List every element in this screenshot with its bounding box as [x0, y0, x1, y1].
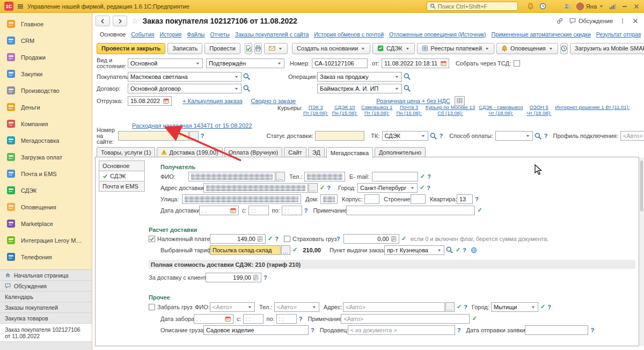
- help-icon[interactable]: ?: [327, 185, 331, 191]
- footer-customer-orders[interactable]: Заказы покупателей: [0, 302, 92, 313]
- date-field[interactable]: 11.08.2022 10:18:11: [382, 59, 449, 68]
- client-delivery-field[interactable]: 199,00: [206, 273, 261, 282]
- tsd-checkbox[interactable]: [514, 60, 520, 67]
- organization-search-icon[interactable]: [403, 84, 411, 92]
- sidebar-item-telephony[interactable]: Телефония: [0, 249, 92, 265]
- sidebar-item-main[interactable]: Главное: [0, 16, 92, 32]
- nav-deferred-notifications[interactable]: Отложенные оповещения (Источник): [389, 31, 486, 38]
- help-icon[interactable]: ?: [590, 327, 594, 333]
- main-menu-icon[interactable]: [17, 3, 24, 10]
- courier-option[interactable]: СДЭК 10Пн (15.08):: [332, 104, 357, 116]
- expense-invoice-link[interactable]: Расходная накладная 143471 от 15.08.2022: [132, 122, 252, 129]
- organization-select[interactable]: Баймастрюк А. И. ИП: [317, 84, 402, 93]
- calculator-icon[interactable]: [391, 234, 397, 244]
- chevron-down-icon[interactable]: [525, 131, 530, 141]
- insure-amount-field[interactable]: 0,00: [343, 234, 399, 244]
- tk-select[interactable]: СДЭК: [382, 131, 428, 141]
- payment-method-select[interactable]: [495, 131, 533, 141]
- apartment-field[interactable]: 13: [457, 194, 473, 204]
- chevron-down-icon[interactable]: [421, 131, 426, 141]
- email-field[interactable]: [372, 172, 418, 181]
- nav-site-orders[interactable]: Заказы покупателей с сайта: [235, 31, 309, 38]
- order-calculation-link[interactable]: + Калькуляция заказа: [182, 98, 243, 104]
- footer-home[interactable]: Начальная страница: [0, 270, 92, 281]
- calendar-icon[interactable]: [230, 206, 236, 215]
- cod-checkbox[interactable]: [149, 236, 155, 242]
- side-tab-main[interactable]: Основное: [99, 161, 145, 171]
- tab-site[interactable]: Сайт: [284, 147, 306, 157]
- help-icon[interactable]: ?: [311, 327, 314, 333]
- insure-checkbox[interactable]: [284, 236, 290, 242]
- chevron-down-icon[interactable]: [247, 302, 252, 312]
- chevron-down-icon[interactable]: [195, 59, 200, 68]
- nav-mail-exchange[interactable]: История обменов с почтой: [314, 31, 384, 38]
- notifications-menu-button[interactable]: Оповещения: [496, 43, 558, 54]
- house-field[interactable]: [320, 194, 338, 204]
- site-number-field[interactable]: [118, 131, 189, 141]
- tel-field[interactable]: [304, 172, 345, 181]
- pickup-fio-select[interactable]: <Авто>: [210, 302, 255, 312]
- sidebar-item-money[interactable]: Деньги: [0, 99, 92, 115]
- help-icon[interactable]: ?: [544, 133, 548, 139]
- seller-field[interactable]: < из документа >: [348, 325, 455, 335]
- close-icon[interactable]: [632, 18, 639, 24]
- tk-search-icon[interactable]: [429, 132, 437, 140]
- tab-payment[interactable]: Оплата (Вручную): [224, 147, 283, 157]
- pickup-date-field[interactable]: . .: [194, 314, 233, 324]
- order-summary-link[interactable]: Сводно о заказе: [251, 98, 296, 104]
- chevron-down-icon[interactable]: [394, 72, 399, 82]
- order-kind-select[interactable]: Основной: [128, 59, 203, 68]
- retail-price-link[interactable]: Розничная цена + без НДС: [376, 98, 450, 104]
- sidebar-item-megadostavka[interactable]: Мегадоставка: [0, 132, 92, 149]
- cdek-menu-button[interactable]: СДЭК: [372, 43, 414, 54]
- courier-option[interactable]: СДЭК - самовывозЧт (18.08):: [479, 104, 523, 116]
- back-button[interactable]: [96, 16, 110, 26]
- favorites-star-icon[interactable]: [552, 3, 559, 10]
- notifications-bell-icon[interactable]: [527, 3, 534, 10]
- pickup-tel-select[interactable]: <Авто>: [274, 302, 319, 312]
- favorite-star-icon[interactable]: ☆: [131, 17, 138, 25]
- post-and-close-button[interactable]: Провести и закрыть: [97, 43, 165, 54]
- payment-method-search-icon[interactable]: [534, 132, 542, 140]
- cod-amount-field[interactable]: 149,00: [210, 234, 266, 244]
- order-state-select[interactable]: Подтверждён: [206, 59, 284, 68]
- print-button[interactable]: [254, 43, 262, 54]
- chevron-down-icon[interactable]: [531, 302, 536, 312]
- sidebar-item-mail-ems[interactable]: Почта и EMS: [0, 165, 92, 182]
- contract-select[interactable]: Основной договор: [128, 84, 241, 93]
- help-icon[interactable]: ?: [304, 207, 308, 214]
- pickup-time-to-field[interactable]: : :: [276, 314, 297, 324]
- pickup-time-from-field[interactable]: : :: [243, 314, 264, 324]
- delivery-date-field[interactable]: . .: [199, 206, 239, 215]
- chevron-down-icon[interactable]: [410, 183, 415, 193]
- help-icon[interactable]: ?: [440, 133, 443, 139]
- courier-option[interactable]: ОЗОН 5Чт (18.08):: [526, 104, 551, 116]
- connection-bars-icon[interactable]: [609, 3, 616, 10]
- help-icon[interactable]: ?: [427, 185, 430, 191]
- sidebar-item-marketplace[interactable]: Marketplace: [0, 215, 92, 232]
- scrollbar-thumb[interactable]: [640, 161, 643, 212]
- nav-main[interactable]: Основное: [100, 31, 126, 38]
- sidebar-item-cdek[interactable]: СДЭК: [0, 182, 92, 199]
- side-tab-cdek[interactable]: СДЭК: [99, 171, 145, 181]
- contract-search-icon[interactable]: [243, 84, 251, 92]
- pickup-address-field[interactable]: <Авто>: [343, 302, 445, 312]
- link-icon[interactable]: [557, 18, 563, 24]
- nav-send-result[interactable]: Результат отправки (Простые оповещения): [596, 31, 641, 38]
- sidebar-item-company[interactable]: Компания: [0, 115, 92, 132]
- chevron-down-icon[interactable]: [394, 84, 399, 93]
- ellipsis-button[interactable]: ...: [445, 302, 455, 312]
- history-icon[interactable]: [539, 3, 546, 10]
- delivery-address-field[interactable]: [203, 183, 308, 193]
- tariff-field[interactable]: Посылка склад-склад: [210, 245, 281, 255]
- sidebar-item-payments[interactable]: Загрузка оплат: [0, 149, 92, 165]
- help-icon[interactable]: ?: [275, 236, 279, 242]
- user-menu[interactable]: Яна: [576, 3, 604, 10]
- chevron-down-icon[interactable]: [234, 72, 239, 82]
- sidebar-item-leroy[interactable]: Интеграция Leroy Merlin: [0, 232, 92, 249]
- buyer-search-icon[interactable]: [243, 72, 251, 81]
- calculator-icon[interactable]: [253, 273, 259, 282]
- tab-delivery[interactable]: Доставка (199,00): [157, 147, 222, 157]
- time-to-field[interactable]: : :: [282, 206, 302, 215]
- footer-goods-purchase[interactable]: Закупка товаров: [0, 313, 92, 324]
